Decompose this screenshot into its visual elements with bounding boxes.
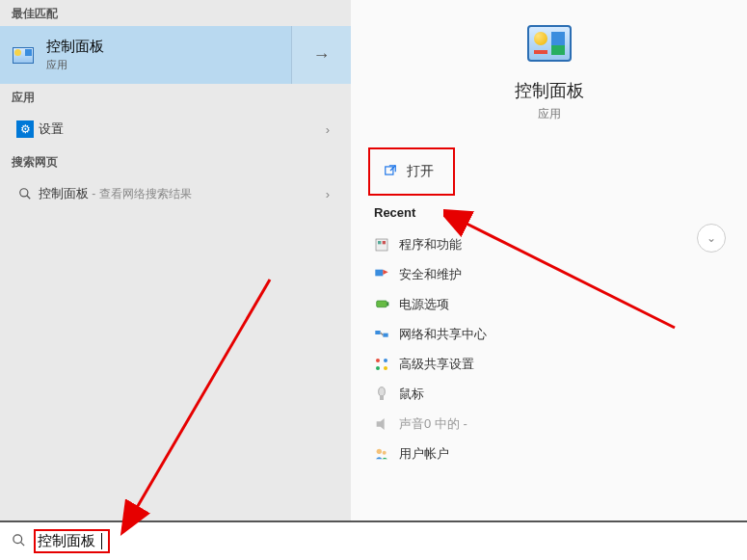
recent-item-label: 网络和共享中心 <box>399 326 487 343</box>
apps-item-label: 设置 <box>39 120 316 138</box>
chevron-down-icon: ⌄ <box>707 231 716 245</box>
preview-panel: 控制面板 应用 打开 ⌄ Recent 程序和功能安全和维护电源选项网络和共享中… <box>351 0 747 520</box>
control-panel-icon <box>527 25 572 62</box>
recent-item[interactable]: 高级共享设置 <box>374 349 724 379</box>
recent-item[interactable]: 电源选项 <box>374 289 724 319</box>
recent-item[interactable]: 声音0 中的 - <box>374 409 724 439</box>
best-match-subtitle: 应用 <box>46 58 291 72</box>
svg-rect-3 <box>376 239 387 251</box>
recent-item-icon <box>374 446 399 462</box>
search-results-panel: 最佳匹配 控制面板 应用 → 应用 ⚙ 设置 › 搜索网页 控制面 <box>0 0 351 520</box>
web-header: 搜索网页 <box>0 148 351 174</box>
svg-point-15 <box>379 387 386 395</box>
preview-subtitle: 应用 <box>374 106 724 122</box>
recent-item-label: 程序和功能 <box>399 236 462 253</box>
recent-item-icon <box>374 357 399 372</box>
svg-rect-9 <box>383 333 387 336</box>
apps-item-settings[interactable]: ⚙ 设置 › <box>0 110 351 148</box>
chevron-right-icon: › <box>316 187 339 201</box>
recent-item-icon <box>374 327 399 342</box>
recent-header: Recent <box>374 205 724 220</box>
recent-list: 程序和功能安全和维护电源选项网络和共享中心高级共享设置鼠标声音0 中的 -用户帐… <box>374 229 724 468</box>
best-match-title: 控制面板 <box>46 38 291 56</box>
recent-item-icon <box>374 387 399 402</box>
open-icon <box>384 164 407 180</box>
settings-icon: ⚙ <box>12 120 39 138</box>
web-item-label: 控制面板 - 查看网络搜索结果 <box>39 185 316 202</box>
preview-title: 控制面板 <box>374 79 724 102</box>
svg-rect-5 <box>383 241 386 244</box>
open-label: 打开 <box>407 163 434 180</box>
svg-line-20 <box>20 542 24 546</box>
recent-item-label: 高级共享设置 <box>399 356 474 373</box>
svg-rect-8 <box>375 331 380 334</box>
svg-point-11 <box>376 359 380 362</box>
search-input[interactable] <box>38 532 103 550</box>
control-panel-icon <box>0 47 46 64</box>
recent-item-label: 鼠标 <box>399 386 424 403</box>
recent-item-label: 电源选项 <box>399 296 449 313</box>
expand-toggle-button[interactable]: ⌄ <box>697 224 726 253</box>
chevron-right-icon: › <box>316 122 339 137</box>
svg-point-18 <box>383 450 387 454</box>
recent-item-label: 安全和维护 <box>399 266 462 283</box>
svg-line-1 <box>27 196 31 200</box>
recent-item-icon <box>374 267 399 282</box>
recent-item-label: 用户帐户 <box>399 445 449 463</box>
svg-point-14 <box>384 366 387 370</box>
svg-point-0 <box>20 189 28 197</box>
recent-item[interactable]: 程序和功能 <box>374 229 724 259</box>
recent-item-icon <box>374 237 399 253</box>
text-caret <box>101 533 102 549</box>
svg-point-13 <box>376 366 380 370</box>
svg-rect-2 <box>386 166 393 173</box>
svg-rect-7 <box>387 302 388 306</box>
recent-item-label: 声音0 中的 - <box>399 415 467 433</box>
search-icon <box>12 533 26 550</box>
best-match-item[interactable]: 控制面板 应用 → <box>0 26 351 84</box>
svg-rect-4 <box>378 241 381 244</box>
recent-item[interactable]: 鼠标 <box>374 379 724 409</box>
arrow-right-icon: → <box>313 45 331 66</box>
best-match-header: 最佳匹配 <box>0 0 351 26</box>
svg-point-12 <box>384 359 387 362</box>
recent-item[interactable]: 用户帐户 <box>374 439 724 468</box>
annotation-search-highlight <box>34 529 110 553</box>
search-icon <box>12 187 39 200</box>
open-button[interactable]: 打开 <box>374 149 724 194</box>
svg-rect-16 <box>380 396 384 400</box>
svg-line-10 <box>381 333 384 335</box>
svg-rect-6 <box>377 301 387 307</box>
svg-point-17 <box>377 448 382 453</box>
best-match-expand-button[interactable]: → <box>291 26 351 84</box>
recent-item[interactable]: 网络和共享中心 <box>374 319 724 349</box>
svg-point-19 <box>13 534 22 543</box>
recent-item-icon <box>374 416 399 432</box>
recent-item-icon <box>374 297 399 312</box>
search-bar <box>0 520 747 560</box>
web-item-search[interactable]: 控制面板 - 查看网络搜索结果 › <box>0 174 351 213</box>
apps-header: 应用 <box>0 84 351 110</box>
recent-item[interactable]: 安全和维护 <box>374 259 724 289</box>
